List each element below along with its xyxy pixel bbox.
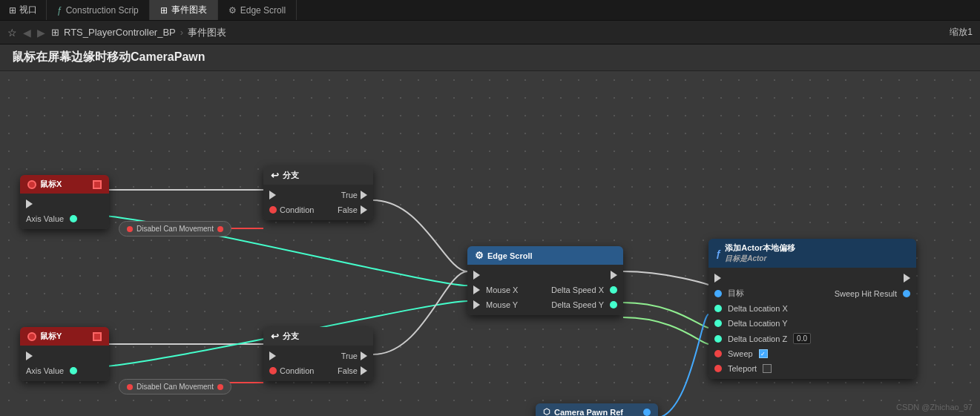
mouse-x-exec-row <box>20 197 109 211</box>
actor-title: 添加Actor本地偏移 <box>725 242 795 254</box>
edge-mousey-label: Mouse Y <box>486 300 518 309</box>
actor-teleport-pin <box>714 365 722 372</box>
mouse-y-axis-label: Axis Value <box>26 366 64 375</box>
branch1-header: ↩ 分支 <box>263 166 373 185</box>
actor-sweep-hit-pin <box>903 290 910 297</box>
actor-exec-in <box>714 274 721 283</box>
mouse-y-sq <box>93 332 102 341</box>
branch2-header: ↩ 分支 <box>263 327 373 346</box>
camera-pawn-out-pin <box>643 409 651 416</box>
edge-scroll-body: Mouse X Delta Speed X Mouse Y Delta Spee… <box>467 265 623 315</box>
branch2-true-pin <box>361 351 367 360</box>
gear-icon-edge: ⚙ <box>475 250 484 261</box>
gear-icon: ⚙ <box>228 5 237 16</box>
mouse-y-axis-row: Axis Value <box>20 363 109 378</box>
branch2-title: 分支 <box>283 331 299 342</box>
edge-exec-in <box>473 271 480 280</box>
actor-dlx-row: Delta Location X <box>708 301 916 316</box>
tab-event-label: 事件图表 <box>171 4 207 16</box>
edge-mouse-x-row: Mouse X Delta Speed X <box>467 283 623 297</box>
branch1-exec-in <box>269 191 276 199</box>
disable-movement-btn-2[interactable]: Disabel Can Movement <box>119 379 231 394</box>
edge-deltay-pin <box>610 301 617 308</box>
actor-sweep-row: Sweep ✓ <box>708 346 916 361</box>
actor-target-row: 目标 Sweep Hit Result <box>708 285 916 301</box>
branch1-exec-row: True <box>263 188 373 202</box>
function-icon: ƒ <box>57 5 62 16</box>
branch2-icon: ↩ <box>271 331 279 342</box>
branch1-body: True Condition False <box>263 185 373 220</box>
branch2-node: ↩ 分支 True Condition False <box>263 327 373 381</box>
actor-teleport-checkbox[interactable] <box>763 364 772 373</box>
mouse-y-exec-row <box>20 349 109 363</box>
actor-dlz-label: Delta Location Z <box>728 334 787 343</box>
grid-icon: ⊞ <box>9 5 16 16</box>
actor-sweep-label: Sweep <box>728 349 753 358</box>
branch1-cond-pin <box>269 206 277 214</box>
watermark: CSDN @Zhichao_97 <box>896 403 973 412</box>
star-icon[interactable]: ☆ <box>7 27 17 39</box>
branch2-exec-in <box>269 351 276 360</box>
actor-exec-row <box>708 271 916 285</box>
branch2-false-pin <box>361 366 367 375</box>
tab-event-graph[interactable]: ⊞ 事件图表 <box>150 0 218 20</box>
branch1-cond-label: Condition <box>280 205 314 214</box>
menu-item-view[interactable]: ⊞ 视口 <box>0 0 47 20</box>
titlebar: 鼠标在屏幕边缘时移动CameraPawn <box>0 44 980 71</box>
forward-arrow-icon[interactable]: ▶ <box>37 27 45 39</box>
menu-label: 视口 <box>19 4 37 16</box>
grid-icon-tab: ⊞ <box>160 5 168 16</box>
camera-pawn-title: Camera Pawn Ref <box>554 408 623 417</box>
branch1-title: 分支 <box>283 170 299 181</box>
zoom-level: 缩放1 <box>950 26 973 39</box>
disable-movement-btn-1[interactable]: Disabel Can Movement <box>119 221 231 237</box>
camera-pawn-node: ⬡ Camera Pawn Ref <box>536 403 658 416</box>
actor-sweep-hit-label: Sweep Hit Result <box>835 289 897 298</box>
branch2-body: True Condition False <box>263 346 373 381</box>
mouse-y-body: Axis Value <box>20 346 109 381</box>
edge-exec-out <box>611 271 617 280</box>
breadcrumb: ⊞ RTS_PlayerController_BP › 事件图表 <box>51 26 226 39</box>
grid-icon-nav: ⊞ <box>51 27 59 38</box>
edge-deltax-pin <box>610 286 617 294</box>
breadcrumb-current: 事件图表 <box>188 26 226 39</box>
blueprint-canvas[interactable]: 鼠标X Axis Value 鼠标Y Axis Value <box>0 71 980 416</box>
tab-construction[interactable]: ƒ Construction Scrip <box>47 0 150 20</box>
actor-dlz-val[interactable]: 0.0 <box>793 333 811 344</box>
actor-teleport-label: Teleport <box>728 364 757 373</box>
back-arrow-icon[interactable]: ◀ <box>23 27 31 39</box>
actor-body: 目标 Sweep Hit Result Delta Location X Del… <box>708 268 916 379</box>
mouse-y-axis-pin <box>70 367 77 374</box>
branch2-condition-row: Condition False <box>263 363 373 378</box>
mouse-y-header: 鼠标Y <box>20 327 109 346</box>
mouse-y-node: 鼠标Y Axis Value <box>20 327 109 381</box>
mouse-y-title: 鼠标Y <box>40 331 62 342</box>
actor-subtitle: 目标是Actor <box>725 254 795 264</box>
actor-header: ƒ 添加Actor本地偏移 目标是Actor <box>708 239 916 268</box>
actor-sweep-checkbox[interactable]: ✓ <box>759 349 768 358</box>
actor-target-label: 目标 <box>728 288 744 299</box>
mouse-y-exec-pin <box>26 351 33 360</box>
edge-mousey-pin <box>473 300 480 309</box>
topbar: ⊞ 视口 ƒ Construction Scrip ⊞ 事件图表 ⚙ Edge … <box>0 0 980 21</box>
branch1-true-label: True <box>341 191 358 199</box>
branch1-icon: ↩ <box>271 170 279 181</box>
edge-scroll-title: Edge Scroll <box>487 251 533 260</box>
camera-icon: ⬡ <box>543 407 550 416</box>
actor-dlz-row: Delta Location Z 0.0 <box>708 331 916 346</box>
mouse-x-body: Axis Value <box>20 194 109 229</box>
zoom-label: 缩放1 <box>950 27 973 37</box>
edge-mousex-pin <box>473 285 480 294</box>
camera-pawn-header: ⬡ Camera Pawn Ref <box>536 403 658 416</box>
disable-btn1-pin <box>127 226 133 232</box>
actor-dlx-pin <box>714 305 722 312</box>
branch1-false-pin <box>361 205 367 214</box>
actor-dly-row: Delta Location Y <box>708 316 916 331</box>
mouse-x-title: 鼠标X <box>40 179 62 190</box>
disable-btn2-pin-out <box>217 384 223 390</box>
mouse-x-exec-pin <box>26 199 33 208</box>
edge-mouse-y-row: Mouse Y Delta Speed Y <box>467 297 623 312</box>
mouse-x-header: 鼠标X <box>20 175 109 194</box>
tab-edge-scroll[interactable]: ⚙ Edge Scroll <box>218 0 297 20</box>
tab-construction-label: Construction Scrip <box>66 5 139 16</box>
